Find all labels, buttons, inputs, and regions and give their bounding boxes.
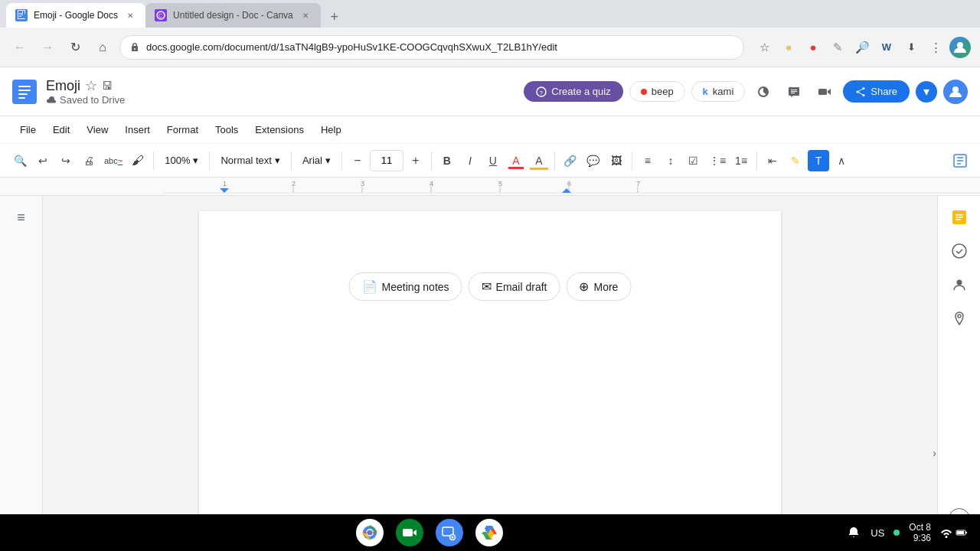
taskbar-meet-icon[interactable] xyxy=(396,519,423,546)
beep-button[interactable]: beep xyxy=(629,81,685,102)
video-call-button[interactable] xyxy=(812,80,837,104)
svg-point-11 xyxy=(957,42,963,48)
tab-canva-close[interactable]: ✕ xyxy=(299,9,312,21)
browser-profile-avatar[interactable] xyxy=(949,37,971,58)
bold-button[interactable]: B xyxy=(436,150,458,171)
spellcheck-button[interactable]: abc~ xyxy=(101,150,126,171)
undo-button[interactable]: ↩ xyxy=(32,150,54,171)
share-button[interactable]: Share xyxy=(843,80,910,103)
taskbar-chrome-icon[interactable] xyxy=(356,519,384,546)
tab-canva[interactable]: C Untitled design - Doc - Canva ✕ xyxy=(145,3,321,28)
font-dropdown[interactable]: Arial ▾ xyxy=(296,150,337,171)
italic-button[interactable]: I xyxy=(459,150,481,171)
link-button[interactable]: 🔗 xyxy=(560,150,581,171)
user-avatar[interactable] xyxy=(943,80,968,104)
quiz-icon: ? xyxy=(536,86,547,97)
tab-bar: Emoji - Google Docs ✕ C Untitled design … xyxy=(0,0,980,28)
menu-insert[interactable]: Insert xyxy=(117,121,158,139)
indent-decrease-button[interactable]: ⇤ xyxy=(762,150,783,171)
system-tray-icons xyxy=(940,527,968,539)
menu-format[interactable]: Format xyxy=(159,121,206,139)
docs-favicon xyxy=(15,9,28,21)
print-button[interactable]: 🖨 xyxy=(78,150,100,171)
paint-format-button[interactable]: 🖌 xyxy=(127,150,149,171)
numbered-list-button[interactable]: 1≡ xyxy=(730,150,752,171)
docs-app: Emoji ☆ 🖫 Saved to Drive ? Create a quiz… xyxy=(0,67,980,551)
url-bar[interactable]: docs.google.com/document/d/1saTN4lgB9-yp… xyxy=(119,35,744,60)
maps-sidebar-icon[interactable] xyxy=(944,303,975,334)
highlight-button[interactable]: A xyxy=(528,150,550,171)
svg-rect-57 xyxy=(403,529,413,536)
extension-red-icon[interactable]: ● xyxy=(802,37,824,58)
font-size-decrease-button[interactable]: − xyxy=(347,150,368,171)
share-dropdown-button[interactable]: ▾ xyxy=(916,81,937,103)
alignment-button[interactable]: ≡ xyxy=(637,150,658,171)
extension-w-icon[interactable]: W xyxy=(876,37,897,58)
menu-view[interactable]: View xyxy=(79,121,116,139)
add-tab-button[interactable]: + xyxy=(324,6,345,28)
doc-star-icon[interactable]: ☆ xyxy=(85,77,97,94)
zoom-dropdown[interactable]: 100% ▾ xyxy=(158,150,204,171)
menu-tools[interactable]: Tools xyxy=(207,121,246,139)
back-button[interactable]: ← xyxy=(9,37,31,58)
line-spacing-button[interactable]: ↕ xyxy=(660,150,681,171)
underline-button[interactable]: U xyxy=(482,150,504,171)
gemini-panel-button[interactable] xyxy=(949,150,971,171)
meeting-notes-button[interactable]: 📄 Meeting notes xyxy=(349,272,462,301)
search-toolbar-button[interactable]: 🔍 xyxy=(9,150,31,171)
comment-toolbar-button[interactable]: 💬 xyxy=(583,150,604,171)
doc-save-icon[interactable]: 🖫 xyxy=(102,80,113,92)
version-history-button[interactable] xyxy=(751,80,776,104)
menu-extensions[interactable]: Extensions xyxy=(247,121,312,139)
reload-button[interactable]: ↻ xyxy=(64,37,86,58)
redo-button[interactable]: ↪ xyxy=(55,150,77,171)
clear-format-button[interactable]: T xyxy=(808,150,829,171)
bullet-list-button[interactable]: ⋮≡ xyxy=(706,150,729,171)
contacts-sidebar-icon[interactable] xyxy=(944,269,975,300)
kami-button[interactable]: k kami xyxy=(691,81,746,102)
highlight-color-bar xyxy=(530,168,548,170)
doc-page[interactable]: 📄 Meeting notes ✉ Email draft ⊕ More xyxy=(199,211,781,551)
taskbar-screencapture-icon[interactable] xyxy=(436,519,463,546)
home-button[interactable]: ⌂ xyxy=(92,37,113,58)
wifi-status-dot xyxy=(893,530,900,536)
svg-text:1: 1 xyxy=(223,180,227,187)
checklist-button[interactable]: ☑ xyxy=(683,150,704,171)
style-dropdown[interactable]: Normal text ▾ xyxy=(214,150,286,171)
font-size-increase-button[interactable]: + xyxy=(405,150,426,171)
tab-docs[interactable]: Emoji - Google Docs ✕ xyxy=(6,3,145,28)
doc-filename[interactable]: Emoji xyxy=(46,78,80,94)
email-draft-button[interactable]: ✉ Email draft xyxy=(469,272,560,301)
docs-logo[interactable] xyxy=(12,80,37,104)
outline-icon[interactable]: ≡ xyxy=(12,205,30,230)
image-button[interactable]: 🖼 xyxy=(606,150,627,171)
more-templates-button[interactable]: ⊕ More xyxy=(566,272,631,301)
highlighting-button[interactable]: ✎ xyxy=(785,150,806,171)
browser-menu-icon[interactable]: ⋮ xyxy=(925,37,946,58)
extension-download-icon[interactable]: ⬇ xyxy=(900,37,922,58)
font-size-input[interactable]: 11 xyxy=(370,150,403,171)
svg-rect-16 xyxy=(18,97,25,99)
bookmark-star-icon[interactable]: ☆ xyxy=(753,37,775,58)
forward-button[interactable]: → xyxy=(37,37,58,58)
tasks-sidebar-icon[interactable] xyxy=(944,236,975,266)
menu-file[interactable]: File xyxy=(12,121,44,139)
text-color-button[interactable]: A xyxy=(505,150,527,171)
notes-sidebar-icon[interactable] xyxy=(944,202,975,233)
collapse-panel-button[interactable]: › xyxy=(933,447,936,459)
taskbar-drive-icon[interactable] xyxy=(475,519,503,546)
extension-pen-icon[interactable]: ✎ xyxy=(827,37,848,58)
doc-canvas[interactable]: 📄 Meeting notes ✉ Email draft ⊕ More xyxy=(43,196,937,551)
menu-edit[interactable]: Edit xyxy=(45,121,77,139)
extension-magnify-icon[interactable]: 🔎 xyxy=(851,37,873,58)
comment-button[interactable] xyxy=(782,80,806,104)
right-indent-marker[interactable] xyxy=(562,188,571,193)
menu-help[interactable]: Help xyxy=(313,121,349,139)
indent-marker[interactable] xyxy=(220,188,229,193)
more-toolbar-options[interactable]: ∧ xyxy=(831,150,852,171)
notification-icon[interactable] xyxy=(846,525,861,540)
more-templates-icon: ⊕ xyxy=(579,279,589,294)
tab-docs-close[interactable]: ✕ xyxy=(124,9,136,21)
create-quiz-button[interactable]: ? Create a quiz xyxy=(524,81,622,102)
extension-circle-icon[interactable]: ● xyxy=(778,37,799,58)
